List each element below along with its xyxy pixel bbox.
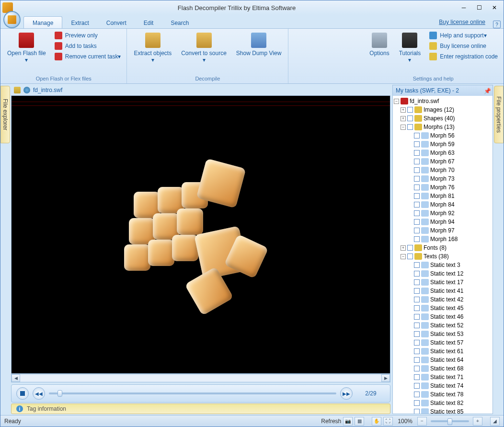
prev-button[interactable]: ◀◀ <box>33 387 45 400</box>
camera-icon[interactable]: 📷 <box>343 417 353 426</box>
tree-item[interactable]: Static text 3 <box>394 261 492 269</box>
toggle-icon[interactable] <box>407 176 412 182</box>
slider-thumb[interactable] <box>57 390 62 397</box>
tab-edit[interactable]: Edit <box>135 17 162 28</box>
toggle-icon[interactable] <box>407 289 412 294</box>
toggle-icon[interactable] <box>407 401 412 406</box>
checkbox[interactable] <box>414 271 420 277</box>
toggle-icon[interactable]: − <box>401 254 406 259</box>
checkbox[interactable] <box>414 150 420 156</box>
fit-icon[interactable]: ⛶ <box>383 417 393 426</box>
checkbox[interactable] <box>407 107 413 113</box>
tree-group[interactable]: +Shapes (40) <box>394 114 492 123</box>
toggle-icon[interactable] <box>407 228 412 233</box>
tree-item[interactable]: Morph 81 <box>394 192 492 200</box>
toggle-icon[interactable]: − <box>394 99 399 104</box>
checkbox[interactable] <box>414 193 420 199</box>
playback-slider[interactable] <box>49 392 336 394</box>
toggle-icon[interactable] <box>407 271 412 277</box>
checkbox[interactable] <box>407 124 413 130</box>
tree-item[interactable]: Static text 82 <box>394 399 492 407</box>
toggle-icon[interactable] <box>407 358 412 363</box>
tree-item[interactable]: Morph 73 <box>394 174 492 183</box>
toggle-icon[interactable] <box>407 142 412 147</box>
file-explorer-tab[interactable]: File explorer <box>0 86 10 143</box>
toggle-icon[interactable] <box>407 185 412 190</box>
tab-search[interactable]: Search <box>162 17 197 28</box>
maximize-button[interactable]: ☐ <box>472 2 486 13</box>
tasks-tree[interactable]: −fd_intro.swf+Images (12)+Shapes (40)−Mo… <box>393 96 493 414</box>
toggle-icon[interactable] <box>407 150 412 156</box>
tree-item[interactable]: Morph 84 <box>394 200 492 209</box>
tree-item[interactable]: Static text 53 <box>394 330 492 338</box>
next-button[interactable]: ▶▶ <box>340 387 353 400</box>
refresh-label[interactable]: Refresh <box>321 418 341 425</box>
tree-item[interactable]: Static text 12 <box>394 269 492 278</box>
tab-extract[interactable]: Extract <box>62 17 97 28</box>
toggle-icon[interactable] <box>407 323 412 328</box>
tree-item[interactable]: Morph 76 <box>394 183 492 192</box>
zoom-in-button[interactable]: + <box>473 417 482 426</box>
checkbox[interactable] <box>414 176 420 182</box>
checkbox[interactable] <box>414 366 420 371</box>
toggle-icon[interactable] <box>407 332 412 337</box>
checkbox[interactable] <box>414 357 420 363</box>
toggle-icon[interactable] <box>407 306 412 311</box>
tree-group[interactable]: −Morphs (13) <box>394 123 492 131</box>
tree-item[interactable]: Static text 85 <box>394 407 492 414</box>
tab-manage[interactable]: Manage <box>23 16 62 28</box>
help-support-button[interactable]: Help and support ▾ <box>426 31 501 40</box>
checkbox[interactable] <box>407 254 413 259</box>
resize-grip-icon[interactable]: ◢ <box>490 417 500 426</box>
checkbox[interactable] <box>414 374 420 380</box>
tree-item[interactable]: Morph 168 <box>394 235 492 243</box>
tree-item[interactable]: Static text 41 <box>394 287 492 295</box>
toggle-icon[interactable] <box>407 263 412 268</box>
toggle-icon[interactable]: + <box>401 116 406 121</box>
toggle-icon[interactable] <box>407 219 412 225</box>
grid-icon[interactable]: ▦ <box>355 417 364 426</box>
toggle-icon[interactable]: + <box>401 107 406 113</box>
checkbox[interactable] <box>414 348 420 354</box>
tree-item[interactable]: Static text 74 <box>394 381 492 390</box>
tree-group[interactable]: −Texts (38) <box>394 252 492 261</box>
options-button[interactable]: Options <box>366 31 393 58</box>
toggle-icon[interactable] <box>407 349 412 354</box>
tree-item[interactable]: Morph 59 <box>394 140 492 149</box>
tree-item[interactable]: Static text 52 <box>394 321 492 330</box>
tree-group[interactable]: +Fonts (8) <box>394 243 492 252</box>
checkbox[interactable] <box>414 297 420 302</box>
tree-item[interactable]: Morph 94 <box>394 218 492 226</box>
checkbox[interactable] <box>414 133 420 138</box>
toggle-icon[interactable] <box>407 202 412 208</box>
minimize-button[interactable]: ─ <box>457 2 471 13</box>
tree-item[interactable]: Static text 71 <box>394 373 492 381</box>
checkbox[interactable] <box>414 141 420 147</box>
tree-item[interactable]: Static text 64 <box>394 356 492 364</box>
convert-source-button[interactable]: Convert to source ▾ <box>177 31 230 65</box>
toggle-icon[interactable]: − <box>401 125 406 130</box>
toggle-icon[interactable] <box>407 159 412 164</box>
add-to-tasks-button[interactable]: Add to tasks <box>52 41 124 51</box>
remove-current-button[interactable]: Remove current task ▾ <box>52 52 124 61</box>
app-menu-button[interactable] <box>3 11 21 28</box>
extract-objects-button[interactable]: Extract objects ▾ <box>130 31 175 65</box>
checkbox[interactable] <box>414 288 420 294</box>
tree-item[interactable]: Static text 17 <box>394 278 492 287</box>
tree-item[interactable]: Static text 46 <box>394 312 492 321</box>
tree-root[interactable]: −fd_intro.swf <box>394 97 492 105</box>
checkbox[interactable] <box>414 323 420 328</box>
tree-group[interactable]: +Images (12) <box>394 105 492 114</box>
tree-item[interactable]: Morph 67 <box>394 157 492 166</box>
tree-item[interactable]: Static text 68 <box>394 364 492 373</box>
checkbox[interactable] <box>414 383 420 389</box>
show-dump-button[interactable]: Show Dump View <box>232 31 286 58</box>
checkbox[interactable] <box>414 185 420 190</box>
help-icon[interactable]: ? <box>493 21 501 28</box>
checkbox[interactable] <box>414 202 420 208</box>
buy-license-button[interactable]: Buy license online <box>426 41 501 51</box>
toggle-icon[interactable] <box>407 314 412 320</box>
checkbox[interactable] <box>414 228 420 233</box>
zoom-out-button[interactable]: − <box>417 417 427 426</box>
scroll-left-icon[interactable]: ◀ <box>11 374 20 382</box>
